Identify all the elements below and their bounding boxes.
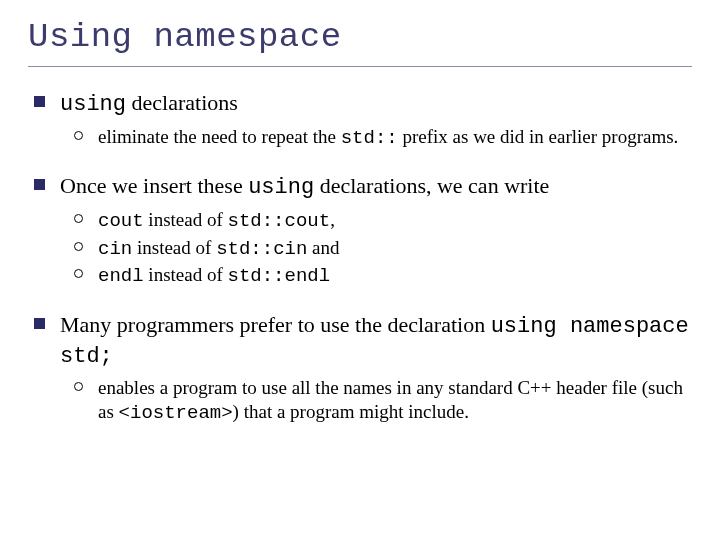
code-text: using [60, 92, 126, 117]
bullet-text: Once we insert these using declarations,… [60, 172, 692, 202]
body-text: declarations, we can write [314, 173, 549, 198]
code-text: cin [98, 238, 132, 260]
sub-bullet-item: cout instead of std::cout, [70, 208, 692, 234]
bullet-item: Once we insert these using declarations,… [30, 172, 692, 289]
body-text: Many programmers prefer to use the decla… [60, 312, 491, 337]
body-text: instead of [132, 237, 216, 258]
body-text: prefix as we did in earlier programs. [398, 126, 679, 147]
code-text: std::cin [216, 238, 307, 260]
code-text: std::cout [228, 210, 331, 232]
body-text: Once we insert these [60, 173, 248, 198]
sub-bullet-list: cout instead of std::cout,cin instead of… [60, 208, 692, 289]
bullet-text: using declarations [60, 89, 692, 119]
sub-bullet-item: endl instead of std::endl [70, 263, 692, 289]
code-text: <iostream> [119, 402, 233, 424]
sub-bullet-list: enables a program to use all the names i… [60, 376, 692, 426]
body-text: ) that a program might include. [233, 401, 469, 422]
code-text: std:: [341, 127, 398, 149]
code-text: endl [98, 265, 144, 287]
bullet-text: Many programmers prefer to use the decla… [60, 311, 692, 370]
bullet-list: using declarationseliminate the need to … [28, 89, 692, 426]
bullet-item: using declarationseliminate the need to … [30, 89, 692, 150]
body-text: instead of [144, 209, 228, 230]
bullet-item: Many programmers prefer to use the decla… [30, 311, 692, 426]
sub-bullet-list: eliminate the need to repeat the std:: p… [60, 125, 692, 151]
body-text: and [307, 237, 339, 258]
code-text: using [248, 175, 314, 200]
slide-title: Using namespace [28, 18, 692, 67]
sub-bullet-item: enables a program to use all the names i… [70, 376, 692, 426]
slide: Using namespace using declarationselimin… [0, 0, 720, 540]
code-text: cout [98, 210, 144, 232]
sub-bullet-item: cin instead of std::cin and [70, 236, 692, 262]
body-text: declarations [126, 90, 238, 115]
sub-bullet-item: eliminate the need to repeat the std:: p… [70, 125, 692, 151]
body-text: , [330, 209, 335, 230]
body-text: eliminate the need to repeat the [98, 126, 341, 147]
code-text: std::endl [228, 265, 331, 287]
body-text: instead of [144, 264, 228, 285]
